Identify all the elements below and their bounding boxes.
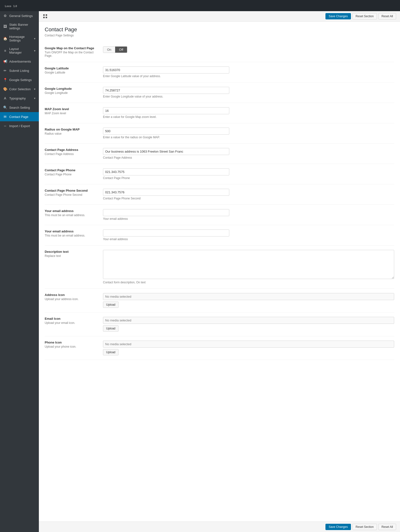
content-area: Contact Page Contact Page Settings Googl… xyxy=(39,22,400,522)
hint-map-zoom-level: Enter a value for Google Map zoom level. xyxy=(103,115,394,119)
label-title-email-address-1: Your email address xyxy=(45,209,98,213)
label-title-contact-page-address: Contact Page Address xyxy=(45,148,98,152)
input-google-longitude[interactable] xyxy=(103,87,229,94)
settings-label-map-zoom-level: MAP Zoom level MAP Zoom level xyxy=(45,107,98,115)
sidebar-icon-typography: A xyxy=(3,96,7,100)
settings-control-description-text: Contact form description, On text xyxy=(103,250,394,284)
settings-row-map-zoom-level: MAP Zoom level MAP Zoom level Enter a va… xyxy=(45,103,394,123)
sidebar-icon-contact-page: ✉ xyxy=(3,115,7,119)
sidebar-item-google-settings[interactable]: 📍 Google Settings xyxy=(0,75,39,84)
label-desc-contact-page-address: Contact Page Address xyxy=(45,152,98,156)
settings-label-contact-page-phone: Contact Page Phone Contact Page Phone xyxy=(45,168,98,176)
upload-btn-phone-icon[interactable]: Upload xyxy=(103,349,119,355)
save-changes-button-top[interactable]: Save Changes xyxy=(325,13,351,19)
sidebar-item-contact-page[interactable]: ✉ Contact Page xyxy=(0,112,39,121)
hint-contact-page-phone: Contact Page Phone xyxy=(103,176,394,180)
label-desc-radius-google-map: Radius value xyxy=(45,132,98,135)
sidebar-label-import-export: Import / Export xyxy=(9,124,36,128)
sidebar-icon-google-settings: 📍 xyxy=(3,78,7,82)
sidebar-icon-layout-manager: ≡ xyxy=(3,49,7,53)
sidebar-item-homepage-settings[interactable]: 🏠 Homepage Settings ▼ xyxy=(0,33,39,45)
toggle-off-google-map-toggle[interactable]: Off xyxy=(115,47,127,53)
settings-control-contact-page-address: Contact Page Address xyxy=(103,148,394,159)
input-google-latitude[interactable] xyxy=(103,66,229,74)
label-title-google-latitude: Google Latitude xyxy=(45,66,98,70)
label-desc-email-address-1: This must be an email address. xyxy=(45,213,98,217)
reset-section-button-bottom[interactable]: Reset Section xyxy=(352,524,377,530)
app-logo: Loco 1.0 xyxy=(4,4,17,8)
reset-section-button-top[interactable]: Reset Section xyxy=(352,13,377,19)
sidebar-item-layout-manager[interactable]: ≡ Layout Manager ▼ xyxy=(0,45,39,57)
input-contact-page-phone-second[interactable] xyxy=(103,189,229,196)
label-desc-contact-page-phone: Contact Page Phone xyxy=(45,173,98,176)
label-title-map-zoom-level: MAP Zoom level xyxy=(45,107,98,111)
upload-btn-email-icon[interactable]: Upload xyxy=(103,325,119,332)
sidebar-icon-submit-listing: ✏ xyxy=(3,68,7,73)
label-desc-address-icon: Upload your address icon. xyxy=(45,297,98,301)
media-input-address-icon[interactable] xyxy=(103,293,394,300)
settings-label-email-address-2: Your email address This must be an email… xyxy=(45,229,98,237)
sidebar-icon-import-export: ↔ xyxy=(3,124,7,128)
reset-all-button-bottom[interactable]: Reset All xyxy=(378,524,396,530)
sidebar-item-search-setting[interactable]: 🔍 Search Setting xyxy=(0,103,39,112)
sidebar-label-homepage-settings: Homepage Settings xyxy=(9,35,32,42)
label-desc-google-longitude: Google Longitude xyxy=(45,91,98,95)
sidebar-item-color-selection[interactable]: 🎨 Color Selection ▼ xyxy=(0,84,39,94)
input-radius-google-map[interactable] xyxy=(103,128,229,135)
sidebar-label-general-settings: General Settings xyxy=(9,14,36,18)
sidebar-item-typography[interactable]: A Typography ▼ xyxy=(0,94,39,103)
top-toolbar: Save Changes Reset Section Reset All xyxy=(39,11,400,22)
sidebar-item-import-export[interactable]: ↔ Import / Export xyxy=(0,121,39,131)
label-title-google-map-toggle: Google Map on the Contact Page xyxy=(45,46,98,50)
sidebar-label-color-selection: Color Selection xyxy=(9,87,32,91)
textarea-description-text[interactable] xyxy=(103,250,394,279)
settings-label-google-map-toggle: Google Map on the Contact Page Turn ON/O… xyxy=(45,46,98,57)
input-contact-page-phone[interactable] xyxy=(103,168,229,175)
label-title-contact-page-phone: Contact Page Phone xyxy=(45,168,98,172)
reset-all-button-top[interactable]: Reset All xyxy=(378,13,396,19)
settings-control-email-address-2: Your email address xyxy=(103,229,394,241)
settings-row-email-address-2: Your email address This must be an email… xyxy=(45,225,394,246)
sidebar-icon-homepage-settings: 🏠 xyxy=(3,36,7,41)
input-email-address-1[interactable] xyxy=(103,209,229,216)
settings-row-google-latitude: Google Latitude Google Latitude Enter Go… xyxy=(45,62,394,82)
media-row-email-icon xyxy=(103,317,394,324)
label-desc-phone-icon: Upload your phone icon. xyxy=(45,345,98,348)
input-map-zoom-level[interactable] xyxy=(103,107,229,114)
bottom-toolbar: Save Changes Reset Section Reset All xyxy=(39,522,400,532)
app-name: Loco xyxy=(5,5,11,8)
settings-row-contact-page-address: Contact Page Address Contact Page Addres… xyxy=(45,144,394,164)
settings-row-address-icon: Address Icon Upload your address icon. U… xyxy=(45,289,394,312)
label-desc-map-zoom-level: MAP Zoom level xyxy=(45,112,98,115)
hint-description-text: Contact form description, On text xyxy=(103,281,394,284)
sidebar: ⚙ General Settings 🖼 Static Banner setti… xyxy=(0,11,39,532)
media-input-email-icon[interactable] xyxy=(103,317,394,324)
hint-contact-page-address: Contact Page Address xyxy=(103,156,394,159)
settings-label-contact-page-address: Contact Page Address Contact Page Addres… xyxy=(45,148,98,156)
media-input-phone-icon[interactable] xyxy=(103,341,394,348)
input-contact-page-address[interactable] xyxy=(103,148,229,155)
input-email-address-2[interactable] xyxy=(103,229,229,237)
chevron-icon-layout-manager: ▼ xyxy=(34,49,36,52)
settings-row-email-address-1: Your email address This must be an email… xyxy=(45,205,394,225)
toolbar-left xyxy=(43,14,48,19)
label-title-contact-page-phone-second: Contact Page Phone Second xyxy=(45,189,98,192)
sidebar-label-google-settings: Google Settings xyxy=(9,78,36,82)
chevron-icon-color-selection: ▼ xyxy=(34,88,36,90)
sidebar-icon-general-settings: ⚙ xyxy=(3,14,7,18)
save-changes-button-bottom[interactable]: Save Changes xyxy=(325,524,351,530)
sidebar-item-advertisements[interactable]: 📢 Advertisements xyxy=(0,57,39,66)
sidebar-item-submit-listing[interactable]: ✏ Submit Listing xyxy=(0,66,39,75)
settings-label-email-address-1: Your email address This must be an email… xyxy=(45,209,98,217)
upload-btn-address-icon[interactable]: Upload xyxy=(103,302,119,308)
settings-row-description-text: Description text Replace text Contact fo… xyxy=(45,246,394,289)
sidebar-label-contact-page: Contact Page xyxy=(9,115,36,119)
sidebar-item-static-banner-settings[interactable]: 🖼 Static Banner settings xyxy=(0,20,39,33)
settings-control-contact-page-phone: Contact Page Phone xyxy=(103,168,394,180)
settings-control-address-icon: Upload xyxy=(103,293,394,308)
sidebar-item-general-settings[interactable]: ⚙ General Settings xyxy=(0,11,39,20)
toggle-on-google-map-toggle[interactable]: On xyxy=(103,47,115,53)
sidebar-label-advertisements: Advertisements xyxy=(9,60,36,63)
sidebar-label-submit-listing: Submit Listing xyxy=(9,69,36,73)
sidebar-icon-static-banner-settings: 🖼 xyxy=(3,24,7,29)
